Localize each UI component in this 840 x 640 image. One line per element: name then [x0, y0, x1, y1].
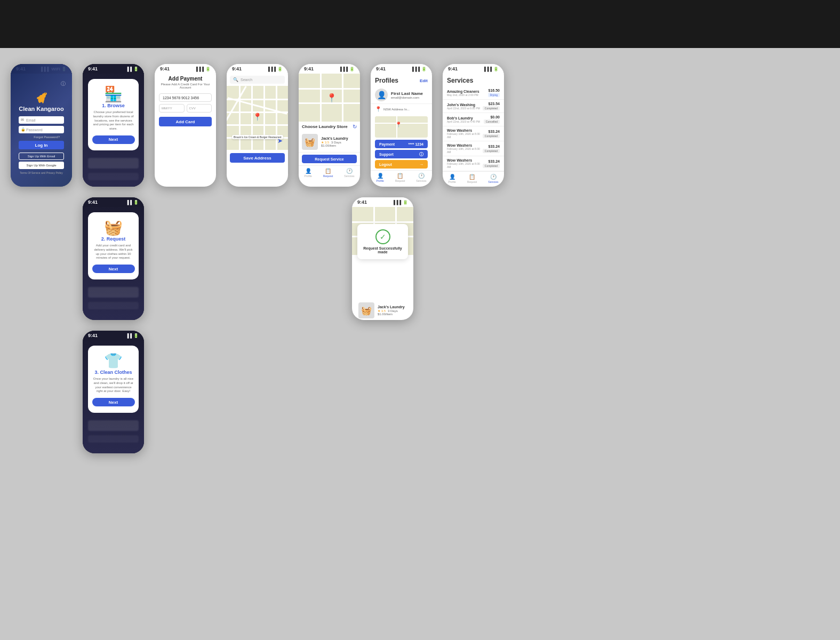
- store-rating: ★ 3.5: [321, 140, 329, 144]
- profiles-nav-request[interactable]: 📋 Request: [395, 173, 405, 182]
- status-icons-6: ▌▌▌🔋: [394, 200, 408, 205]
- request-next-button[interactable]: Next: [92, 265, 135, 273]
- service-row-5[interactable]: Wow Washers February 10th, 2020 at 8:30 …: [443, 141, 504, 156]
- service-row-4[interactable]: Wow Washers February 10th, 2020 at 8:30 …: [443, 126, 504, 141]
- payment-subtitle: Please Add A Credit Card For Your Accoun…: [159, 83, 212, 89]
- services-profile-icon: 👤: [449, 174, 455, 180]
- forgot-password-link[interactable]: Forgot Password?: [34, 135, 60, 139]
- services-nav-label: Services: [344, 174, 354, 178]
- browse-next-button[interactable]: Next: [92, 135, 135, 144]
- status-time-8: 9:41: [448, 66, 458, 71]
- success-message: Request Successfully made: [363, 246, 403, 254]
- request-description: Add your credit card and delivery addres…: [92, 244, 134, 260]
- service-status-5: Completed: [483, 149, 500, 153]
- success-checkmark-icon: ✓: [375, 229, 390, 244]
- svg-point-4: [45, 93, 45, 93]
- services-nav-profile[interactable]: 👤 Profile: [449, 174, 456, 183]
- logout-label: Logout: [379, 163, 392, 166]
- support-icon: ⓘ: [419, 151, 423, 157]
- map-poi-label: Braum's Ice Cream & Burger Restaurant: [232, 135, 283, 139]
- status-icons-5: ▌▌▌🔋: [340, 67, 355, 71]
- clean-clothes-card: 👕 3. Clean Clothes Once your laundry is …: [88, 346, 139, 413]
- profiles-nav-profile[interactable]: 👤 Profile: [377, 173, 384, 182]
- service-price-1: $16.50: [488, 89, 500, 92]
- signup-google-button[interactable]: Sign Up With Google: [19, 162, 64, 169]
- service-row-3[interactable]: Bob's Laundry April 22nd, 2020 at 4:45 P…: [443, 113, 504, 126]
- search-icon: 🔍: [233, 77, 238, 82]
- save-address-button[interactable]: Save Address: [230, 153, 285, 163]
- success-store-info: Jack's Laundry ★ 3.5 3 Days $1.00/item: [378, 305, 407, 316]
- success-store-days: 3 Days: [388, 309, 398, 313]
- success-store-listing: 🧺 Jack's Laundry ★ 3.5 3 Days $1.00/item: [355, 300, 410, 320]
- browse-card: 🏪 1. Browse Choose your preferred local …: [88, 79, 139, 150]
- service-date-6: February 10th, 2020 at 8:30 AM: [447, 162, 483, 169]
- clean-clothes-next-button[interactable]: Next: [92, 398, 135, 406]
- service-status-3: Cancelled: [484, 119, 500, 124]
- refresh-icon[interactable]: ↻: [353, 124, 357, 130]
- canvas: 9:41 ▌▌▌WiFi🔋 ⓘ: [0, 48, 840, 469]
- browse-description: Choose your preferred local laundry stor…: [92, 110, 134, 131]
- services-request-icon: 📋: [469, 174, 475, 180]
- request-service-button[interactable]: Request Service: [302, 155, 357, 163]
- profile-nav-icon: 👤: [305, 168, 311, 174]
- support-button[interactable]: Support ⓘ: [375, 150, 428, 158]
- blurred-footer-req-1: [88, 287, 139, 298]
- payment-button[interactable]: Payment **** 1234: [375, 140, 428, 148]
- choose-store-title: Choose Laundry Store: [302, 124, 348, 129]
- blurred-footer-2: [88, 173, 139, 180]
- service-date-1: May 2nd, 2020 at 2:00 PM: [447, 93, 488, 97]
- service-row-1[interactable]: Amazing Cleaners May 2nd, 2020 at 2:00 P…: [443, 86, 504, 100]
- email-field[interactable]: ✉ Email: [19, 116, 64, 124]
- nav-profile[interactable]: 👤 Profile: [305, 168, 312, 178]
- service-status-6: Completed: [483, 164, 500, 168]
- add-card-button[interactable]: Add Card: [159, 117, 212, 126]
- user-info: First Last Name email@domain.com: [391, 91, 423, 99]
- success-store-rating: ★ 3.5: [378, 309, 386, 313]
- blurred-footer-cc-2: [88, 435, 139, 443]
- login-button[interactable]: Log In: [19, 141, 64, 149]
- profiles-bottom-nav: 👤 Profile 📋 Request 🕐 Services: [371, 170, 432, 185]
- address-label: NSW Address In...: [383, 108, 410, 111]
- password-field[interactable]: 🔒 Password: [19, 126, 64, 133]
- service-status-4: Completed: [483, 134, 500, 138]
- nav-services[interactable]: 🕐 Services: [344, 168, 354, 178]
- signup-email-button[interactable]: Sign Up With Email: [19, 153, 64, 160]
- logout-button[interactable]: Logout →: [375, 160, 428, 169]
- service-status-2: Completed: [483, 106, 500, 110]
- services-list: Amazing Cleaners May 2nd, 2020 at 2:00 P…: [443, 86, 504, 171]
- search-text: Search: [241, 78, 252, 82]
- clean-clothes-description: Once your laundry is all nice and clean,…: [92, 377, 134, 394]
- request-nav-label: Request: [323, 174, 333, 178]
- screen-add-payment: 9:41 ▌▌▌🔋 Add Payment Please Add A Credi…: [155, 64, 216, 187]
- expiry-field[interactable]: MM/YY: [159, 104, 185, 113]
- status-icons-2: ▌▌🔋: [127, 67, 139, 71]
- services-nav-services[interactable]: 🕐 Services: [488, 174, 498, 183]
- card-number-field[interactable]: 1234 5678 9012 3456: [159, 93, 212, 102]
- screen-address: 9:41 ▌▌▌🔋 🔍 Search: [227, 64, 288, 187]
- store-browse-icon: 🏪: [104, 85, 123, 103]
- status-time-2: 9:41: [88, 66, 98, 71]
- browse-step-title: 1. Browse: [102, 103, 125, 108]
- user-email: email@domain.com: [391, 96, 423, 99]
- status-icons-3: ▌▌▌🔋: [196, 67, 211, 71]
- edit-profile-button[interactable]: Edit: [420, 78, 428, 83]
- services-nav-request[interactable]: 📋 Request: [467, 174, 477, 183]
- profiles-nav-services[interactable]: 🕐 Services: [416, 173, 426, 182]
- service-row-2[interactable]: John's Washing April 22nd, 2020 at 6:00 …: [443, 100, 504, 113]
- nav-request[interactable]: 📋 Request: [323, 168, 333, 178]
- profiles-header: Profiles Edit: [371, 74, 432, 86]
- cvv-field[interactable]: CVV: [187, 104, 212, 113]
- address-search-bar[interactable]: 🔍 Search: [230, 76, 285, 84]
- store-listing-item[interactable]: 🧺 Jack's Laundry ★ 3.5 3 Days $1.00/item: [299, 132, 360, 153]
- top-bar: [0, 0, 840, 48]
- status-time-7: 9:41: [376, 66, 386, 71]
- payment-value: **** 1234: [409, 142, 423, 146]
- kangaroo-logo-icon: [34, 90, 49, 105]
- screen-browse: 9:41 ▌▌🔋 🏪 1. Browse Choose your preferr…: [83, 64, 144, 187]
- blurred-footer-req-2: [88, 302, 139, 309]
- service-price-5: $33.24: [483, 145, 500, 148]
- service-name-4: Wow Washers: [447, 129, 483, 132]
- store-map-pin: 📍: [326, 93, 337, 103]
- service-row-6[interactable]: Wow Washers February 10th, 2020 at 8:30 …: [443, 156, 504, 171]
- clean-clothes-icon: 👕: [104, 352, 123, 370]
